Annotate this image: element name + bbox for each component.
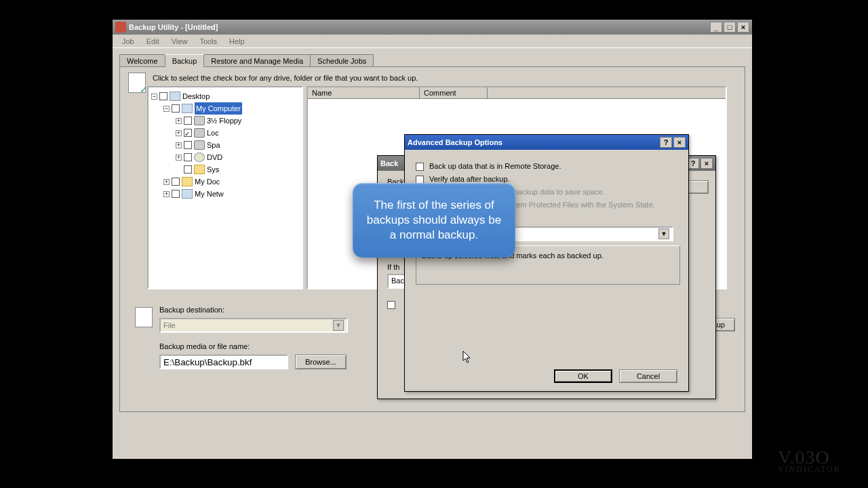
ok-button[interactable]: OK (554, 369, 612, 383)
tree-spare[interactable]: Spa (207, 139, 220, 151)
tree-sys[interactable]: Sys (207, 163, 219, 176)
network-icon (182, 189, 193, 199)
cancel-button[interactable]: Cancel (619, 369, 677, 383)
destination-icon (135, 307, 153, 327)
checkbox[interactable] (184, 165, 192, 174)
app-icon (115, 22, 126, 33)
window-title: Backup Utility - [Untitled] (129, 23, 218, 31)
tree-dvd[interactable]: DVD (207, 151, 222, 163)
tree-my-computer[interactable]: My Computer (195, 102, 242, 115)
chevron-down-icon[interactable]: ▼ (333, 320, 344, 331)
watermark: V.03O VINDICATOR (778, 447, 841, 474)
menubar: Job Edit View Tools Help (113, 35, 752, 48)
tree-my-net[interactable]: My Netw (195, 188, 224, 200)
tab-schedule[interactable]: Schedule Jobs (310, 54, 374, 67)
checkbox[interactable] (184, 117, 192, 125)
dialog-close-button[interactable]: × (701, 158, 713, 169)
drive-icon (194, 116, 205, 125)
checkbox[interactable] (387, 301, 395, 309)
expand-icon[interactable]: − (163, 106, 170, 112)
checkbox[interactable] (172, 178, 180, 186)
dialog-help-button[interactable]: ? (660, 137, 672, 148)
col-name[interactable]: Name (308, 87, 420, 98)
dialog-close-button[interactable]: × (673, 137, 686, 148)
list-header: Name Comment (308, 87, 726, 99)
chevron-down-icon[interactable]: ▼ (658, 228, 669, 239)
remote-storage-checkbox[interactable] (416, 163, 424, 171)
menu-view[interactable]: View (166, 36, 193, 47)
tree-local[interactable]: Loc (207, 127, 219, 139)
checkbox[interactable] (159, 92, 167, 100)
cd-icon (194, 152, 205, 162)
checkbox[interactable] (172, 104, 180, 113)
expand-icon[interactable]: + (176, 118, 182, 124)
tab-strip: Welcome Backup Restore and Manage Media … (119, 54, 745, 66)
destination-value: File (163, 321, 176, 329)
expand-icon[interactable]: + (176, 142, 182, 148)
watermark-line2: VINDICATOR (778, 464, 841, 474)
instruction-text: Click to select the check box for any dr… (153, 74, 738, 82)
folder-icon (194, 165, 205, 174)
advanced-options-dialog: Advanced Backup Options ? × Back up data… (404, 134, 689, 392)
media-filename-input[interactable] (159, 354, 288, 369)
verify-label: Verify data after backup. (429, 175, 510, 183)
maximize-button[interactable]: □ (724, 22, 736, 33)
dialog-title: Back (380, 159, 398, 167)
backup-selection-icon (128, 73, 146, 93)
tab-backup[interactable]: Backup (165, 54, 205, 67)
tutorial-tooltip: The first of the series of backups shoul… (353, 183, 515, 258)
expand-icon[interactable]: + (163, 191, 170, 197)
titlebar: Backup Utility - [Untitled] _ □ × (113, 20, 752, 35)
expand-icon[interactable]: − (151, 94, 157, 100)
tree-desktop[interactable]: Desktop (182, 90, 210, 102)
close-button[interactable]: × (737, 22, 749, 33)
drive-icon (194, 140, 205, 150)
checkbox[interactable] (184, 129, 192, 137)
minimize-button[interactable]: _ (710, 22, 722, 33)
media-label: Backup media or file name: (159, 342, 250, 350)
menu-job[interactable]: Job (117, 36, 140, 47)
dialog-titlebar[interactable]: Advanced Backup Options ? × (405, 135, 688, 150)
destination-combo[interactable]: File ▼ (159, 318, 348, 333)
checkbox[interactable] (172, 190, 180, 198)
dialog-title: Advanced Backup Options (408, 138, 502, 146)
menu-edit[interactable]: Edit (141, 36, 165, 47)
tree-floppy[interactable]: 3½ Floppy (207, 115, 241, 127)
tab-welcome[interactable]: Welcome (119, 54, 165, 67)
tree-my-docs[interactable]: My Doc (195, 176, 220, 188)
drive-icon (194, 128, 205, 138)
expand-icon[interactable]: + (176, 130, 182, 136)
menu-help[interactable]: Help (224, 36, 250, 47)
desktop-icon (170, 92, 180, 101)
destination-label: Backup destination: (159, 306, 224, 314)
checkbox[interactable] (184, 153, 192, 161)
expand-icon[interactable]: + (163, 179, 170, 185)
tree-pane[interactable]: −Desktop −My Computer +3½ Floppy +Loc +S… (147, 86, 303, 289)
computer-icon (182, 104, 193, 113)
checkbox[interactable] (184, 141, 192, 149)
remote-storage-label: Back up data that is in Remote Storage. (429, 162, 561, 170)
tab-restore[interactable]: Restore and Manage Media (203, 54, 311, 67)
folder-icon (182, 177, 193, 186)
browse-button[interactable]: Browse... (295, 354, 347, 369)
col-comment[interactable]: Comment (420, 87, 488, 98)
menu-tools[interactable]: Tools (194, 36, 222, 47)
expand-icon[interactable]: + (176, 155, 182, 161)
